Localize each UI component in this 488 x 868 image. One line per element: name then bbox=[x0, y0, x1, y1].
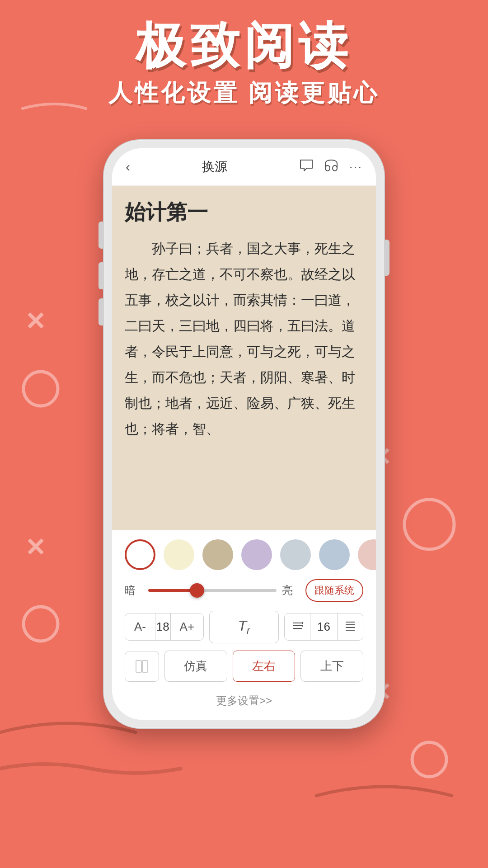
color-swatch-white[interactable] bbox=[125, 539, 155, 570]
font-size-control: A- 18 A+ bbox=[125, 613, 204, 641]
color-swatch-lavender[interactable] bbox=[241, 539, 272, 570]
back-button[interactable]: ‹ bbox=[126, 159, 130, 175]
brightness-slider[interactable] bbox=[148, 589, 277, 592]
color-swatch-cream[interactable] bbox=[164, 539, 194, 570]
svg-rect-19 bbox=[136, 660, 141, 672]
screen-title: 换源 bbox=[202, 158, 227, 175]
line-spacing-control: 16 bbox=[284, 613, 363, 641]
app-screen: ‹ 换源 bbox=[112, 148, 376, 720]
color-swatch-pink[interactable] bbox=[358, 539, 376, 570]
follow-system-button[interactable]: 跟随系统 bbox=[305, 579, 363, 602]
font-row: A- 18 A+ Tr bbox=[125, 611, 363, 643]
audio-icon[interactable] bbox=[324, 159, 338, 175]
svg-rect-20 bbox=[142, 660, 148, 672]
chapter-title: 始计第一 bbox=[125, 198, 363, 226]
svg-point-9 bbox=[333, 165, 337, 171]
font-size-value: 18 bbox=[155, 613, 171, 640]
brightness-dark-label: 暗 bbox=[125, 583, 143, 598]
svg-point-7 bbox=[412, 742, 446, 777]
settings-panel: 暗 亮 跟随系统 A- 18 A+ bbox=[112, 530, 376, 720]
reading-area: 始计第一 孙子曰；兵者，国之大事，死生之地，存亡之道，不可不察也。故经之以五事，… bbox=[112, 186, 376, 530]
main-title: 极致阅读 bbox=[0, 18, 488, 73]
svg-point-5 bbox=[23, 607, 58, 641]
font-increase-button[interactable]: A+ bbox=[171, 613, 204, 640]
brightness-row: 暗 亮 跟随系统 bbox=[125, 579, 363, 602]
font-style-label: Tr bbox=[238, 618, 250, 637]
color-swatch-blue[interactable] bbox=[319, 539, 350, 570]
phone-outer: ‹ 换源 bbox=[104, 140, 384, 728]
top-bar-icons: ··· bbox=[300, 159, 362, 175]
svg-point-8 bbox=[325, 165, 330, 171]
reading-content: 孙子曰；兵者，国之大事，死生之地，存亡之道，不可不察也。故经之以五事，校之以计，… bbox=[125, 236, 363, 442]
title-area: 极致阅读 人性化设置 阅读更贴心 bbox=[0, 18, 488, 109]
svg-point-6 bbox=[404, 500, 454, 549]
more-settings-link[interactable]: 更多设置>> bbox=[125, 689, 363, 711]
more-icon[interactable]: ··· bbox=[349, 160, 362, 174]
color-swatch-lightblue[interactable] bbox=[280, 539, 311, 570]
page-mode-row: 仿真 左右 上下 bbox=[125, 651, 363, 682]
slider-thumb[interactable] bbox=[190, 583, 204, 598]
phone-screen: ‹ 换源 bbox=[112, 148, 376, 720]
svg-text:✕: ✕ bbox=[25, 307, 46, 335]
font-decrease-button[interactable]: A- bbox=[125, 613, 155, 640]
line-decrease-button[interactable] bbox=[285, 614, 310, 640]
top-bar: ‹ 换源 bbox=[112, 148, 376, 186]
page-mode-horizontal-button[interactable]: 左右 bbox=[233, 651, 296, 682]
comment-icon[interactable] bbox=[300, 159, 313, 175]
color-swatch-row bbox=[125, 539, 363, 570]
page-mode-simulated-button[interactable]: 仿真 bbox=[164, 651, 227, 682]
svg-point-4 bbox=[23, 372, 58, 406]
color-swatch-tan[interactable] bbox=[202, 539, 233, 570]
line-size-value: 16 bbox=[310, 613, 338, 640]
font-style-button[interactable]: Tr bbox=[209, 611, 279, 643]
brightness-light-label: 亮 bbox=[282, 583, 300, 598]
phone-mockup: ‹ 换源 bbox=[104, 140, 384, 728]
svg-text:✕: ✕ bbox=[25, 533, 46, 561]
line-increase-button[interactable] bbox=[338, 614, 363, 640]
sub-title: 人性化设置 阅读更贴心 bbox=[0, 77, 488, 109]
page-mode-vertical-button[interactable]: 上下 bbox=[300, 651, 363, 682]
page-scroll-icon[interactable] bbox=[125, 651, 159, 682]
